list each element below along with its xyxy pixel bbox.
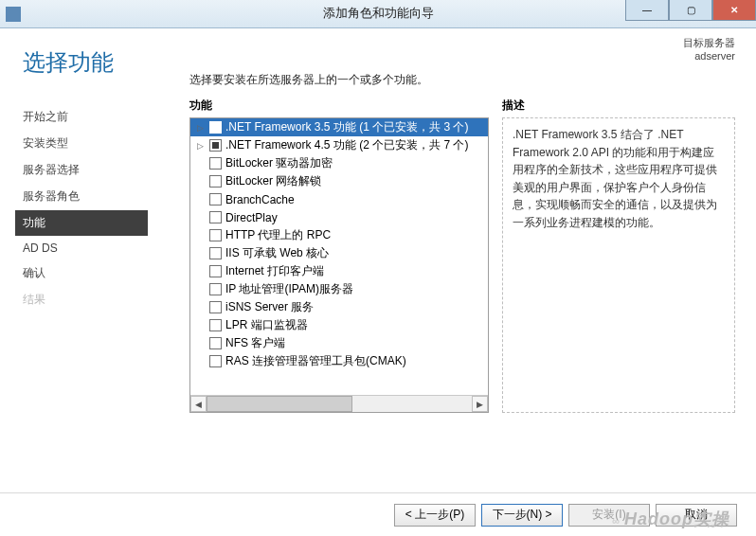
feature-row[interactable]: BitLocker 网络解锁 [190,172,488,190]
instruction-text: 选择要安装在所选服务器上的一个或多个功能。 [189,72,735,88]
minimize-button[interactable]: — [625,0,669,21]
scroll-right-arrow[interactable]: ▶ [472,396,488,412]
destination-server: 目标服务器 adserver [683,36,735,62]
feature-label: IIS 可承载 Web 核心 [225,245,329,261]
feature-checkbox[interactable] [209,193,222,205]
feature-row[interactable]: ▷.NET Framework 4.5 功能 (2 个已安装，共 7 个) [190,136,488,154]
feature-row[interactable]: IIS 可承载 Web 核心 [190,244,488,262]
features-label: 功能 [189,98,489,114]
feature-row[interactable]: LPR 端口监视器 [190,316,488,334]
feature-label: NFS 客户端 [225,335,285,351]
scroll-thumb[interactable] [207,396,352,412]
feature-row[interactable]: BitLocker 驱动器加密 [190,154,488,172]
feature-row[interactable]: RAS 连接管理器管理工具包(CMAK) [190,352,488,370]
feature-checkbox[interactable] [209,247,222,259]
nav-item[interactable]: 确认 [15,260,189,286]
cancel-button[interactable]: 取消 [656,504,737,527]
feature-label: IP 地址管理(IPAM)服务器 [225,281,353,297]
feature-checkbox[interactable] [209,139,222,152]
destination-label: 目标服务器 [683,36,735,50]
install-button: 安装(I) [568,504,650,527]
expand-icon[interactable]: ▷ [194,141,206,151]
nav-item[interactable]: 服务器角色 [15,184,189,209]
features-panel: 功能 ▷.NET Framework 3.5 功能 (1 个已安装，共 3 个)… [189,98,489,413]
feature-label: Internet 打印客户端 [225,263,324,279]
features-scroll-area[interactable]: ▷.NET Framework 3.5 功能 (1 个已安装，共 3 个)▷.N… [190,118,488,395]
feature-label: DirectPlay [225,211,278,224]
feature-label: .NET Framework 3.5 功能 (1 个已安装，共 3 个) [225,119,468,135]
feature-checkbox[interactable] [209,283,222,295]
title-bar: 添加角色和功能向导 — ▢ ✕ [0,0,756,28]
feature-label: RAS 连接管理器管理工具包(CMAK) [225,353,406,369]
feature-row[interactable]: Internet 打印客户端 [190,262,488,280]
feature-label: HTTP 代理上的 RPC [225,227,331,243]
nav-item[interactable]: 服务器选择 [15,157,189,183]
feature-label: .NET Framework 4.5 功能 (2 个已安装，共 7 个) [225,137,468,153]
maximize-button[interactable]: ▢ [669,0,712,21]
scroll-left-arrow[interactable]: ◀ [190,396,207,412]
window-controls: — ▢ ✕ [625,0,756,21]
footer: < 上一步(P) 下一步(N) > 安装(I) 取消 ∞Hadoop实操 [0,492,756,536]
feature-checkbox[interactable] [209,211,222,223]
nav-item[interactable]: 功能 [15,210,148,236]
feature-checkbox[interactable] [209,121,222,134]
feature-checkbox[interactable] [209,229,222,241]
previous-button[interactable]: < 上一步(P) [394,504,476,527]
feature-checkbox[interactable] [209,337,222,349]
feature-checkbox[interactable] [209,265,222,277]
feature-row[interactable]: HTTP 代理上的 RPC [190,226,488,244]
feature-row[interactable]: NFS 客户端 [190,334,488,352]
feature-checkbox[interactable] [209,319,222,331]
nav-item[interactable]: 开始之前 [15,104,189,130]
feature-label: BitLocker 驱动器加密 [225,155,333,171]
next-button[interactable]: 下一步(N) > [481,504,563,527]
scroll-track[interactable] [207,396,472,412]
feature-label: iSNS Server 服务 [225,299,314,315]
nav-item[interactable]: 安装类型 [15,131,189,156]
page-title: 选择功能 [23,47,189,78]
feature-row[interactable]: ▷.NET Framework 3.5 功能 (1 个已安装，共 3 个) [190,118,488,136]
description-label: 描述 [502,98,735,114]
feature-checkbox[interactable] [209,301,222,313]
feature-row[interactable]: iSNS Server 服务 [190,298,488,316]
right-pane: 目标服务器 adserver 选择要安装在所选服务器上的一个或多个功能。 功能 … [189,28,756,492]
left-pane: 选择功能 开始之前安装类型服务器选择服务器角色功能AD DS确认结果 [0,28,189,492]
feature-checkbox[interactable] [209,157,222,170]
feature-row[interactable]: BranchCache [190,190,488,208]
feature-label: BranchCache [225,193,295,206]
description-panel: 描述 .NET Framework 3.5 结合了 .NET Framework… [502,98,735,413]
horizontal-scrollbar[interactable]: ◀ ▶ [190,395,488,412]
nav-list: 开始之前安装类型服务器选择服务器角色功能AD DS确认结果 [23,104,189,313]
features-listbox[interactable]: ▷.NET Framework 3.5 功能 (1 个已安装，共 3 个)▷.N… [189,117,489,413]
close-button[interactable]: ✕ [712,0,756,21]
description-box: .NET Framework 3.5 结合了 .NET Framework 2.… [502,117,735,413]
nav-item[interactable]: AD DS [15,237,189,259]
feature-label: BitLocker 网络解锁 [225,173,321,189]
feature-checkbox[interactable] [209,175,222,188]
wizard-body: 选择功能 开始之前安装类型服务器选择服务器角色功能AD DS确认结果 目标服务器… [0,28,756,492]
destination-name: adserver [683,50,735,62]
feature-row[interactable]: IP 地址管理(IPAM)服务器 [190,280,488,298]
nav-item: 结果 [15,287,189,313]
feature-label: LPR 端口监视器 [225,317,308,333]
feature-checkbox[interactable] [209,355,222,367]
feature-row[interactable]: DirectPlay [190,208,488,226]
expand-icon[interactable]: ▷ [194,123,206,133]
